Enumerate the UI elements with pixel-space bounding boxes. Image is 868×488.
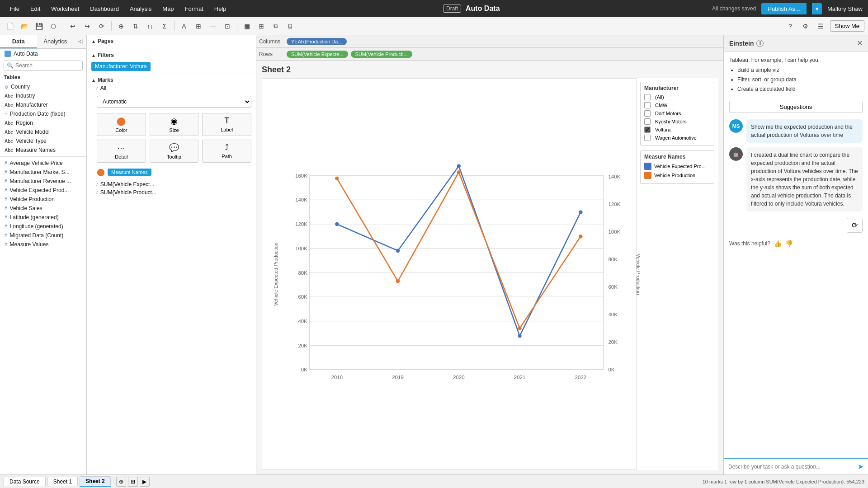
menu-format[interactable]: Format [180, 4, 208, 14]
field-industry[interactable]: Abc Industry [0, 91, 86, 100]
einstein-input-area[interactable]: ➤ [724, 458, 868, 474]
suggestions-button[interactable]: Suggestions [729, 101, 863, 113]
tooltip-btn[interactable]: ⊞ [192, 20, 205, 32]
field-manufacturer[interactable]: Abc Manufacturer [0, 100, 86, 109]
swap-button[interactable]: ⇅ [129, 20, 142, 32]
duplicate-button[interactable]: ⊕ [115, 20, 127, 32]
refresh-button[interactable]: ⟳ [847, 218, 863, 233]
show-me-button[interactable]: Show Me [830, 20, 864, 32]
field-mfr-market[interactable]: # Manufacturer Market S... [0, 168, 86, 177]
publish-button[interactable]: Publish As... [761, 3, 807, 14]
open-button[interactable]: 📂 [18, 20, 31, 32]
viz-type[interactable]: ▦ [241, 20, 253, 32]
settings-btn[interactable]: ⚙ [799, 20, 812, 32]
legend-cmw[interactable]: CMW [644, 102, 710, 108]
tab-sheet1[interactable]: Sheet 1 [47, 477, 78, 486]
marks-field-color-row: ⬤ Measure Names [97, 166, 251, 178]
tab-present-button[interactable]: ▶ [140, 477, 150, 487]
legend-all[interactable]: (All) [644, 94, 710, 100]
einstein-close-button[interactable]: ✕ [857, 39, 863, 47]
search-input[interactable] [15, 62, 80, 69]
field-region[interactable]: Abc Region [0, 118, 86, 127]
thumbs-down-button[interactable]: 👎 [785, 240, 793, 247]
field-migrated[interactable]: # Migrated Data (Count) [0, 231, 86, 240]
legend-veh-expected[interactable]: Vehicle Expected Pro... [644, 163, 710, 170]
menu-worksheet[interactable]: Worksheet [47, 4, 84, 14]
datasource-item[interactable]: Auto Data [0, 49, 86, 59]
thumbs-up-button[interactable]: 👍 [774, 240, 782, 247]
field-veh-expected[interactable]: # Vehicle Expected Prod... [0, 186, 86, 195]
tab-datasource[interactable]: Data Source [4, 477, 46, 486]
legend-dorf[interactable]: Dorf Motors [644, 110, 710, 117]
send-button[interactable]: ➤ [858, 462, 863, 471]
question-btn[interactable]: ? [784, 20, 797, 32]
checkbox-voltura[interactable]: ✓ [644, 127, 651, 133]
checkbox-cmw[interactable] [644, 102, 651, 108]
field-mfr-revenue[interactable]: # Manufacturer Revenue ... [0, 177, 86, 186]
field-vehicle-type[interactable]: Abc Vehicle Type [0, 136, 86, 145]
rows-pill-1[interactable]: SUM(Vehicle Expecte... [287, 51, 348, 58]
redo-button[interactable]: ↪ [81, 20, 94, 32]
checkbox-dorf[interactable] [644, 110, 651, 117]
field-measure-values[interactable]: # Measure Values [0, 240, 86, 249]
checkbox-wagen[interactable] [644, 135, 651, 141]
sidebar-collapse[interactable]: ◁ [74, 35, 86, 47]
field-country[interactable]: ⊙ Country [0, 82, 86, 91]
menu-analysis[interactable]: Analysis [125, 4, 156, 14]
einstein-input[interactable] [728, 464, 855, 470]
tab-grid-button[interactable]: ⊞ [128, 477, 138, 487]
save-button[interactable]: 💾 [33, 20, 45, 32]
menu-dashboard[interactable]: Dashboard [85, 4, 123, 14]
tab-data[interactable]: Data [0, 35, 37, 48]
fit-btn[interactable]: ⊡ [221, 20, 234, 32]
menu-file[interactable]: File [5, 4, 24, 14]
search-bar[interactable]: 🔍 [4, 61, 83, 70]
show-me-icon[interactable]: ☰ [815, 20, 827, 32]
mark-btn-tooltip[interactable]: 💬 Tooltip [150, 140, 199, 163]
einstein-info-icon[interactable]: i [756, 40, 764, 47]
field-veh-production[interactable]: # Vehicle Production [0, 195, 86, 204]
new-button[interactable]: 📄 [4, 20, 16, 32]
menu-map[interactable]: Map [158, 4, 178, 14]
copy-btn[interactable]: ⧉ [269, 20, 282, 32]
mark-btn-size[interactable]: ◉ Size [150, 113, 199, 136]
group-btn[interactable]: ⊞ [255, 20, 268, 32]
rows-pill-2[interactable]: SUM(Vehicle Producti... [351, 51, 412, 58]
legend-veh-production[interactable]: Vehicle Production [644, 172, 710, 179]
checkbox-all[interactable] [644, 94, 651, 100]
legend-wagen[interactable]: Wagen Automotive [644, 135, 710, 141]
field-vehicle-model[interactable]: Abc Vehicle Model [0, 127, 86, 136]
marks-type-select[interactable]: Automatic [97, 96, 251, 108]
undo-button[interactable]: ↩ [66, 20, 79, 32]
save-as-button[interactable]: ⬡ [47, 20, 60, 32]
tab-add-button[interactable]: ⊕ [116, 477, 126, 487]
line-type[interactable]: — [207, 20, 219, 32]
text-size[interactable]: A [178, 20, 190, 32]
sum-button[interactable]: Σ [158, 20, 171, 32]
field-prod-date[interactable]: ≡ Production Date (fixed) [0, 109, 86, 118]
legend-voltura[interactable]: ✓ Voltura [644, 127, 710, 133]
filter-chip-manufacturer[interactable]: Manufacturer: Voltura [91, 62, 151, 71]
tab-analytics[interactable]: Analytics [37, 35, 74, 48]
field-avg-price[interactable]: # Average Vehicle Price [0, 159, 86, 168]
mark-btn-detail[interactable]: ⋯ Detail [97, 140, 146, 163]
menu-help[interactable]: Help [210, 4, 231, 14]
field-veh-sales[interactable]: # Vehicle Sales [0, 204, 86, 213]
field-longitude[interactable]: # Longitude (generated) [0, 222, 86, 231]
mark-btn-color[interactable]: ⬤ Color [97, 113, 146, 136]
menu-edit[interactable]: Edit [26, 4, 45, 14]
tab-sheet2[interactable]: Sheet 2 [80, 476, 111, 487]
mark-btn-path[interactable]: ⤴ Path [202, 140, 251, 163]
checkbox-kyoshi[interactable] [644, 118, 651, 125]
device-btn[interactable]: 🖥 [284, 20, 297, 32]
hash-icon-vehproduction: # [5, 197, 7, 202]
publish-dropdown[interactable]: ▾ [812, 3, 822, 14]
legend-kyoshi[interactable]: Kyoshi Motors [644, 118, 710, 125]
redo2-button[interactable]: ⟳ [95, 20, 108, 32]
field-latitude[interactable]: # Latitude (generated) [0, 213, 86, 222]
mark-btn-label[interactable]: T Label [202, 113, 251, 136]
field-measure-names[interactable]: Abc Measure Names [0, 145, 86, 155]
measure-names-chip[interactable]: Measure Names [108, 169, 151, 176]
columns-pill[interactable]: YEAR(Production Da... [287, 38, 347, 45]
sort-asc[interactable]: ↑↓ [144, 20, 156, 32]
